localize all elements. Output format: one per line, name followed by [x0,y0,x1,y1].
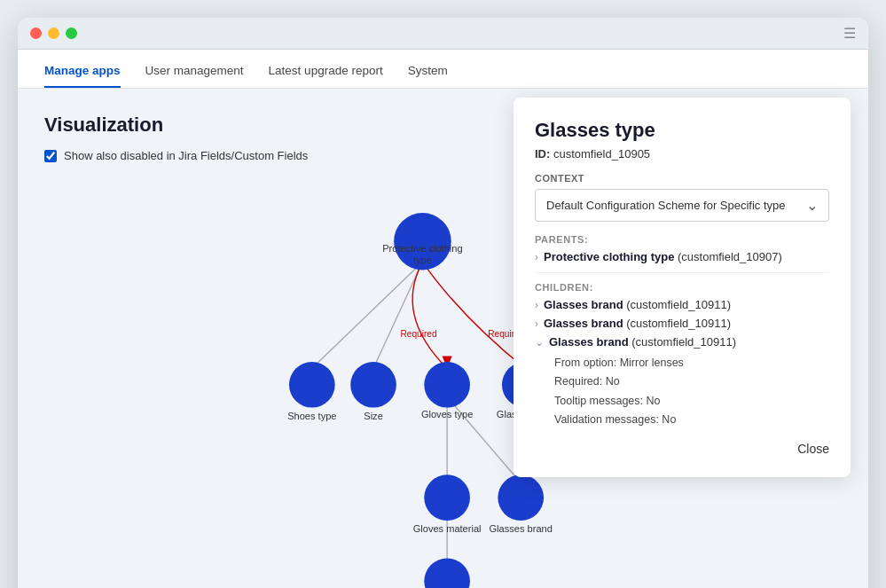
child-details-3: From option: Mirror lenses Required: No … [554,354,829,429]
node-shoes[interactable] [289,362,335,408]
detail-id: ID: customfield_10905 [535,147,829,161]
main-content: Visualization Show also disabled in Jira… [18,89,868,588]
label-gloves-material: Gloves material [413,523,482,534]
close-button[interactable] [30,27,42,39]
tab-manage-apps[interactable]: Manage apps [44,55,121,88]
node-glasses-brand[interactable] [498,474,544,521]
child-detail-from-option: From option: Mirror lenses [554,354,829,372]
show-disabled-checkbox[interactable] [44,150,57,162]
detail-panel: Glasses type ID: customfield_10905 Conte… [514,98,851,477]
menu-icon[interactable]: ☰ [843,25,856,42]
child-item-2[interactable]: › Glasses brand (customfield_10911) [535,317,829,330]
child-detail-required: Required: No [554,372,829,391]
label-protective-1: Protective clothing [382,243,462,254]
children-label: CHILDREN: [535,282,829,293]
parent-item[interactable]: › Protective clothing type (customfield_… [535,250,829,263]
label-size: Size [364,411,383,421]
tab-system[interactable]: System [408,55,448,88]
child-item-3[interactable]: ⌄ Glasses brand (customfield_10911) [535,335,829,349]
label-glasses-brand-bottom: Glasses brand [490,523,553,534]
label-gloves-type-1: Gloves type [421,409,473,419]
parent-name: Protective clothing type (customfield_10… [544,250,782,263]
chevron-down-icon: ⌄ [806,197,818,214]
chevron-down-icon-3: ⌄ [535,336,544,349]
checkbox-label: Show also disabled in Jira Fields/Custom… [64,149,308,162]
line-root-gloves [412,262,447,368]
node-gloves-material[interactable] [424,474,470,521]
chevron-right-icon: › [535,251,538,263]
child-name-3: Glasses brand (customfield_10911) [549,335,736,349]
context-label: Context [535,173,829,184]
app-window: ☰ Manage apps User management Latest upg… [18,18,868,588]
close-button[interactable]: Close [797,442,829,456]
traffic-lights [30,27,77,39]
detail-title: Glasses type [535,119,829,142]
id-value: customfield_10905 [553,147,650,161]
nav-bar: Manage apps User management Latest upgra… [18,50,868,89]
title-bar: ☰ [18,18,868,50]
context-value: Default Configuration Scheme for Specifi… [546,199,786,212]
tab-latest-upgrade-report[interactable]: Latest upgrade report [269,55,383,88]
maximize-button[interactable] [66,27,77,39]
child-detail-tooltip: Tooltip messages: No [554,392,829,411]
context-dropdown[interactable]: Default Configuration Scheme for Specifi… [535,189,829,222]
chevron-right-icon-2: › [535,318,538,330]
child-name-1: Glasses brand (customfield_10911) [544,298,731,311]
minimize-button[interactable] [48,27,59,39]
line-root-glasses [422,262,524,368]
node-gloves-brand[interactable] [424,558,470,588]
child-item-1[interactable]: › Glasses brand (customfield_10911) [535,298,829,311]
id-label: ID: [535,147,550,161]
label-shoes: Shoes type [287,411,336,421]
required-label-left: Required [401,329,437,339]
child-detail-validation: Validation messages: No [554,411,829,429]
node-size[interactable] [350,362,396,408]
child-name-2: Glasses brand (customfield_10911) [544,317,731,330]
chevron-right-icon-1: › [535,299,538,311]
parents-label: PARENTS: [535,234,829,245]
node-gloves[interactable] [424,362,470,408]
line-root-shoes [312,262,423,368]
children-list: › Glasses brand (customfield_10911) › Gl… [535,298,829,429]
tab-user-management[interactable]: User management [145,55,244,88]
label-protective-2: type [413,255,432,265]
divider-1 [535,272,829,273]
